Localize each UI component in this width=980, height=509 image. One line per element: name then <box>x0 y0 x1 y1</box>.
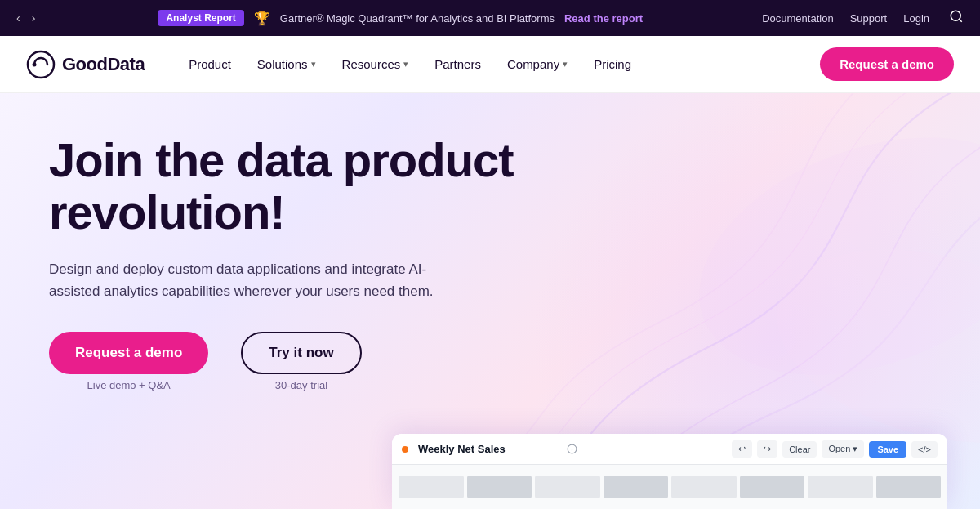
announcement-nav-arrows[interactable]: ‹ › <box>13 8 38 28</box>
announcement-prev-btn[interactable]: ‹ <box>13 8 24 28</box>
nav-request-demo-button[interactable]: Request a demo <box>820 47 954 81</box>
nav-company[interactable]: Company ▾ <box>496 51 579 78</box>
hero-actions: Request a demo Live demo + Q&A Try it no… <box>49 332 604 391</box>
hero-section: Join the data product revolution! Design… <box>0 93 980 509</box>
hero-secondary-action-group: Try it now 30-day trial <box>241 332 361 391</box>
main-nav: GoodData Product Solutions ▾ Resources ▾… <box>0 36 980 93</box>
svg-point-2 <box>28 51 54 78</box>
dashboard-body <box>392 465 947 509</box>
redo-button[interactable]: ↪ <box>757 440 777 458</box>
nav-links: Product Solutions ▾ Resources ▾ Partners… <box>177 51 820 78</box>
announcement-text: Gartner® Magic Quadrant™ for Analytics a… <box>280 12 555 25</box>
chevron-down-icon: ▾ <box>311 59 316 69</box>
table-cell <box>740 476 805 498</box>
hero-content: Join the data product revolution! Design… <box>49 134 604 391</box>
svg-point-3 <box>33 62 37 66</box>
hero-secondary-sub-text: 30-day trial <box>275 379 327 391</box>
table-cell <box>876 476 942 498</box>
hero-title: Join the data product revolution! <box>49 134 604 239</box>
nav-support-link[interactable]: Support <box>850 12 888 25</box>
chevron-down-icon: ▾ <box>403 59 408 69</box>
announcement-next-btn[interactable]: › <box>29 8 39 28</box>
nav-partners[interactable]: Partners <box>423 51 492 78</box>
search-button[interactable] <box>946 6 967 31</box>
announcement-emoji: 🏆 <box>254 11 270 26</box>
hero-primary-action-group: Request a demo Live demo + Q&A <box>49 332 208 391</box>
hero-primary-sub-text: Live demo + Q&A <box>87 379 171 391</box>
open-button[interactable]: Open ▾ <box>822 440 864 458</box>
nav-resources[interactable]: Resources ▾ <box>331 51 421 78</box>
nav-login-link[interactable]: Login <box>903 12 929 25</box>
undo-button[interactable]: ↩ <box>732 440 752 458</box>
info-icon <box>567 444 577 454</box>
nav-pricing[interactable]: Pricing <box>582 51 643 78</box>
svg-point-4 <box>666 93 980 419</box>
table-cell <box>808 476 873 498</box>
hero-try-now-button[interactable]: Try it now <box>241 332 361 374</box>
hero-request-demo-button[interactable]: Request a demo <box>49 332 208 374</box>
table-cell <box>399 476 464 498</box>
dashboard-title: Weekly Net Sales <box>418 443 560 455</box>
logo-text: GoodData <box>62 54 145 75</box>
hero-subtitle: Design and deploy custom data applicatio… <box>49 258 474 302</box>
logo-icon <box>26 50 56 79</box>
code-button[interactable]: </> <box>911 441 938 458</box>
chevron-down-icon: ▾ <box>563 59 568 69</box>
announcement-link[interactable]: Read the report <box>564 12 643 25</box>
table-cell <box>535 476 600 498</box>
top-nav: Documentation Support Login <box>762 6 967 31</box>
announcement-badge: Analyst Report <box>158 10 243 26</box>
nav-product[interactable]: Product <box>177 51 243 78</box>
logo[interactable]: GoodData <box>26 50 145 79</box>
dashboard-preview: Weekly Net Sales ↩ ↪ Clear Open ▾ Save <… <box>392 434 947 509</box>
table-cell <box>467 476 532 498</box>
announcement-bar: ‹ › Analyst Report 🏆 Gartner® Magic Quad… <box>0 0 980 36</box>
dashboard-toolbar: Weekly Net Sales ↩ ↪ Clear Open ▾ Save <… <box>392 434 947 465</box>
toolbar-actions: ↩ ↪ Clear Open ▾ Save </> <box>732 440 938 458</box>
clear-button[interactable]: Clear <box>782 441 817 458</box>
status-dot <box>402 446 408 453</box>
table-cell <box>604 476 669 498</box>
search-icon <box>949 9 964 24</box>
table-cell <box>671 476 737 498</box>
announcement-content: Analyst Report 🏆 Gartner® Magic Quadrant… <box>38 10 762 26</box>
nav-solutions[interactable]: Solutions ▾ <box>246 51 327 78</box>
svg-point-0 <box>951 11 960 20</box>
svg-line-1 <box>959 19 961 21</box>
save-button[interactable]: Save <box>869 441 906 458</box>
nav-documentation-link[interactable]: Documentation <box>762 12 833 25</box>
